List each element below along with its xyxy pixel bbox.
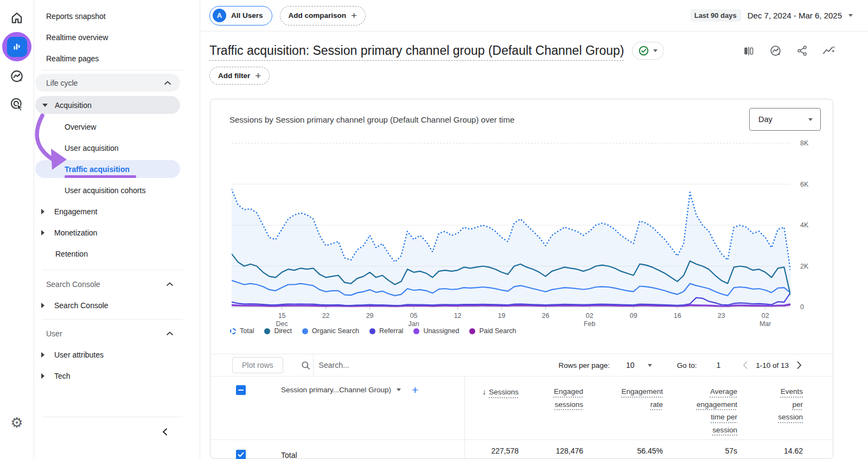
go-to-label: Go to: [677,361,697,369]
search-icon [301,360,311,371]
insights-icon[interactable] [769,44,782,57]
collapsed-arrow-icon [41,209,44,214]
y-axis-tick-label: 6K [800,181,808,188]
audience-badge-icon: A [213,9,226,22]
divider [313,354,314,376]
y-axis-tick-label: 0 [800,303,804,311]
next-page-icon[interactable] [796,361,802,369]
sidebar-item-search-console[interactable]: Search Console [34,295,200,316]
metric-header-label: Sessions [489,388,519,396]
main-content: A All Users Add comparison + Last 90 day… [200,0,868,459]
sidebar-item-label: Traffic acquisition [65,165,130,174]
legend-dot-icon [302,328,308,334]
table-search [301,360,439,371]
table-toolbar: Plot rows Rows per page: 10 Go to: 1 1-1… [210,354,833,377]
total-value-2: 56.45% [583,440,663,459]
share-icon[interactable] [796,45,808,56]
sidebar-item-label: Monetization [54,228,97,237]
page-title: Traffic acquisition: Session primary cha… [209,43,624,58]
metric-column-header-4[interactable]: Events per session [737,377,803,439]
trends-icon[interactable] [822,45,835,57]
sidebar-item-overview[interactable]: Overview [34,116,200,137]
sidebar-item-reports-snapshot[interactable]: Reports snapshot [34,5,200,27]
sidebar-item-monetization[interactable]: Monetization [34,222,200,243]
legend-item-referral[interactable]: Referral [369,327,403,335]
y-axis-tick-label: 8K [800,139,808,147]
legend-item-unassigned[interactable]: Unassigned [413,327,459,335]
legend-label: Unassigned [423,327,459,335]
add-filter-button[interactable]: Add filter + [209,67,270,85]
chevron-down-icon[interactable] [397,388,401,391]
sort-descending-icon: ↓ [482,385,486,399]
legend-item-paid-search[interactable]: Paid Search [469,327,516,335]
dimension-column-header[interactable]: Session primary...Channel Group) [281,386,391,394]
svg-text:12: 12 [454,312,462,320]
legend-label: Organic Search [312,327,359,335]
settings-gear-icon[interactable]: ⚙ [10,416,23,430]
plot-rows-button[interactable]: Plot rows [232,357,283,373]
row-checkbox[interactable] [236,450,246,459]
sidebar-item-realtime-pages[interactable]: Realtime pages [34,48,200,69]
previous-page-icon[interactable] [742,361,748,369]
metric-column-header-0[interactable]: ↓Sessions [464,377,519,439]
sidebar-item-user-attributes[interactable]: User attributes [34,344,200,365]
sidebar-item-retention[interactable]: Retention [34,243,200,264]
sidebar-item-realtime-overview[interactable]: Realtime overview [34,27,200,48]
legend-item-total[interactable]: Total [230,327,254,335]
metric-column-header-3[interactable]: Average engagement time per session [663,377,737,439]
select-all-checkbox[interactable] [236,385,246,395]
sidebar-item-acquisition[interactable]: Acquisition [35,96,180,114]
legend-item-organic-search[interactable]: Organic Search [302,327,359,335]
granularity-select[interactable]: Day [749,108,821,131]
sidebar-item-label: User acquisition cohorts [65,186,145,195]
svg-text:05: 05 [410,312,418,320]
legend-label: Paid Search [479,327,516,335]
explore-icon[interactable] [10,69,24,84]
add-column-button[interactable]: + [412,386,418,395]
reports-icon[interactable] [7,37,27,57]
collapse-sidebar-button[interactable] [158,425,172,439]
total-value-3: 57s [663,440,737,459]
chevron-down-icon [808,118,813,121]
comparison-icon[interactable] [743,45,755,57]
reports-sidebar: Reports snapshot Realtime overview Realt… [34,0,200,459]
search-input[interactable] [318,360,439,370]
legend-label: Referral [379,327,403,335]
purple-underline-annotation [65,175,136,178]
divider [42,70,183,71]
go-to-page-input[interactable]: 1 [716,361,720,369]
rows-per-page-value[interactable]: 10 [626,361,635,369]
collapsed-arrow-icon [41,303,44,308]
section-header-user[interactable]: User [34,323,200,344]
all-users-segment-chip[interactable]: A All Users [209,6,272,25]
home-icon[interactable] [10,11,24,25]
svg-text:26: 26 [542,312,550,320]
report-status-menu[interactable] [632,42,664,60]
advertising-icon[interactable] [9,97,24,112]
sessions-line-chart[interactable]: 15Dec222905Jan12192602Feb09162302Mar [232,138,790,327]
metric-column-header-1[interactable]: Engaged sessions [519,377,583,439]
svg-text:23: 23 [718,312,725,320]
divider [42,319,183,320]
add-comparison-button[interactable]: Add comparison + [280,6,366,25]
legend-item-direct[interactable]: Direct [264,327,292,335]
chart-title: Sessions by Session primary channel grou… [229,115,514,124]
section-header-life-cycle[interactable]: Life cycle [35,74,180,92]
section-label: Life cycle [46,79,78,87]
total-value-1: 128,476 [519,440,583,459]
section-header-search-console[interactable]: Search Console [34,273,200,295]
sidebar-item-label: Acquisition [55,101,92,110]
metric-header-label: Engagement rate [621,387,663,409]
segment-label: All Users [231,11,263,20]
table-header-row: Session primary...Channel Group) + ↓Sess… [210,377,833,439]
filter-bar: Add filter + [200,60,868,85]
sidebar-item-traffic-acquisition[interactable]: Traffic acquisition [35,160,180,178]
sidebar-item-tech[interactable]: Tech [34,365,200,386]
metric-column-header-2[interactable]: Engagement rate [583,377,663,439]
sidebar-item-engagement[interactable]: Engagement [34,201,200,222]
collapsed-arrow-icon [41,352,44,358]
sidebar-item-user-acquisition[interactable]: User acquisition [34,137,200,158]
sidebar-item-user-acquisition-cohorts[interactable]: User acquisition cohorts [34,180,200,201]
date-range-picker[interactable]: Last 90 days Dec 7, 2024 - Mar 6, 2025 [690,9,853,22]
chevron-down-icon[interactable] [648,364,652,367]
